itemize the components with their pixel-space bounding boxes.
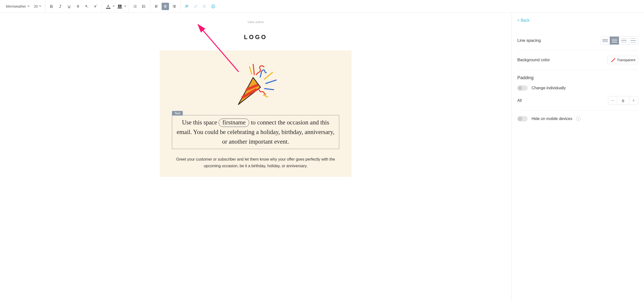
- main-area: View online LOGO: [0, 13, 644, 302]
- main-text-before: Use this space: [182, 119, 217, 126]
- email-canvas: View online LOGO: [160, 20, 352, 302]
- back-link[interactable]: < Back: [517, 18, 529, 23]
- strikethrough-button[interactable]: [74, 3, 82, 10]
- svg-point-19: [142, 7, 143, 8]
- text-block-label: Text: [172, 111, 183, 116]
- bold-button[interactable]: [48, 3, 55, 10]
- font-family-select[interactable]: Merriweather: [4, 4, 31, 9]
- padding-increment[interactable]: +: [629, 96, 638, 105]
- svg-text:2: 2: [96, 4, 98, 6]
- italic-button[interactable]: [56, 3, 64, 10]
- text-block[interactable]: Text Use this space firstname to connect…: [172, 115, 339, 149]
- info-icon[interactable]: i: [576, 116, 580, 121]
- caret-down-icon: [113, 6, 115, 7]
- unordered-list-button[interactable]: [140, 3, 148, 10]
- align-center-button[interactable]: [162, 3, 169, 10]
- svg-point-18: [142, 6, 143, 6]
- padding-all-label: All: [517, 98, 522, 103]
- font-size-value: 20: [34, 4, 38, 8]
- subscript-button[interactable]: 2: [83, 3, 90, 10]
- svg-text:2: 2: [88, 7, 88, 8]
- logo-text: LOGO: [160, 34, 352, 40]
- unlink-button[interactable]: [201, 3, 208, 10]
- font-size-select[interactable]: 20: [32, 4, 43, 9]
- line-spacing-options: [600, 36, 638, 45]
- superscript-button[interactable]: 2: [92, 3, 100, 10]
- svg-text:3: 3: [134, 7, 134, 8]
- spacing-normal[interactable]: [610, 37, 619, 44]
- ordered-list-button[interactable]: 123: [131, 3, 139, 10]
- main-text[interactable]: Use this space firstname to connect the …: [174, 118, 337, 146]
- bg-color-swatch: [118, 8, 122, 8]
- party-popper-illustration: [172, 60, 339, 110]
- line-spacing-label: Line spacing: [517, 38, 541, 43]
- padding-input[interactable]: [617, 96, 629, 105]
- align-left-button[interactable]: [153, 3, 160, 10]
- spacing-xloose[interactable]: [628, 37, 638, 44]
- font-family-value: Merriweather: [6, 4, 26, 8]
- placeholder-firstname[interactable]: firstname: [219, 118, 249, 127]
- bg-color-button[interactable]: [116, 4, 126, 8]
- padding-stepper: − +: [608, 96, 638, 105]
- text-color-swatch: [106, 8, 110, 8]
- hide-mobile-toggle[interactable]: [517, 116, 528, 122]
- view-online-link[interactable]: View online: [160, 20, 352, 24]
- bg-color-label: Background color: [517, 58, 550, 62]
- svg-point-35: [212, 6, 213, 6]
- canvas-wrap: View online LOGO: [0, 13, 511, 302]
- transparent-icon: [610, 58, 615, 62]
- sidebar: < Back Line spacing Background color Tra…: [511, 13, 644, 302]
- hide-mobile-label: Hide on mobile devices: [532, 116, 572, 121]
- toolbar: Merriweather 20 2: [0, 0, 644, 13]
- bg-color-picker[interactable]: Transparent: [607, 56, 638, 64]
- caret-down-icon: [124, 6, 126, 7]
- change-individually-label: Change individually: [532, 86, 566, 90]
- align-right-button[interactable]: [170, 3, 178, 10]
- svg-point-17: [142, 5, 143, 6]
- underline-button[interactable]: [66, 3, 73, 10]
- link-button[interactable]: [192, 3, 199, 10]
- svg-point-36: [214, 6, 214, 6]
- text-color-button[interactable]: [104, 4, 115, 8]
- caret-down-icon: [39, 6, 41, 7]
- padding-label: Padding: [517, 70, 638, 83]
- svg-line-0: [60, 5, 61, 8]
- personalization-button[interactable]: [183, 3, 190, 10]
- spacing-loose[interactable]: [619, 37, 628, 44]
- content-block: Text Use this space firstname to connect…: [160, 50, 352, 177]
- bg-color-value: Transparent: [617, 58, 636, 62]
- padding-decrement[interactable]: −: [608, 96, 617, 105]
- svg-point-34: [212, 5, 215, 8]
- spacing-tight[interactable]: [600, 37, 610, 44]
- caret-down-icon: [28, 6, 30, 7]
- padding-individual-toggle[interactable]: [517, 85, 528, 91]
- body-text[interactable]: Greet your customer or subscriber and le…: [172, 156, 339, 169]
- emoji-button[interactable]: [210, 3, 217, 10]
